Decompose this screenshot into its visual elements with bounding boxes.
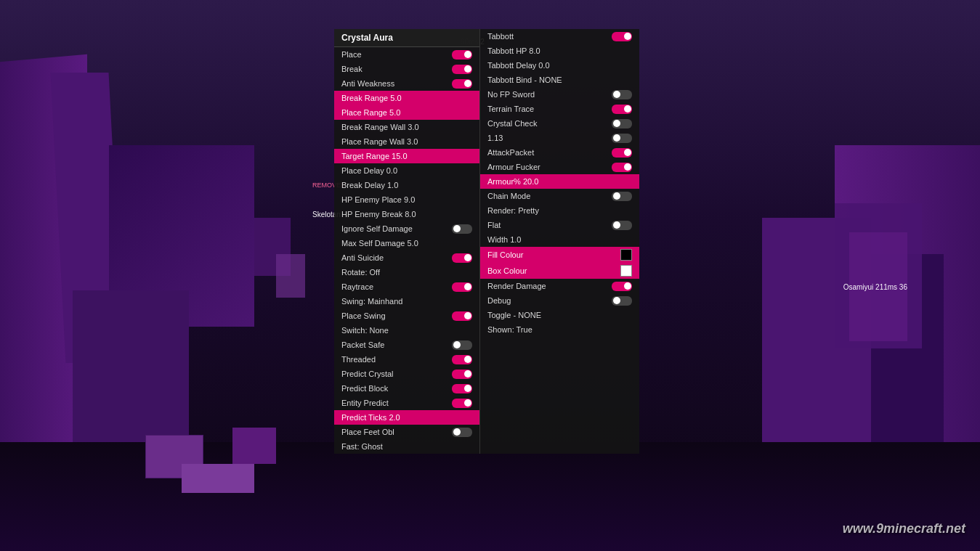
color-swatch-16[interactable]	[620, 265, 632, 277]
menu-item-label: Place Range Wall 3.0	[341, 137, 472, 146]
toggle-right-13[interactable]	[612, 221, 632, 230]
toggle-21[interactable]	[452, 355, 472, 364]
left-menu-item-13[interactable]: Max Self Damage 5.0	[334, 236, 479, 250]
left-menu-item-5[interactable]: Break Range Wall 3.0	[334, 120, 479, 134]
menu-item-label: Predict Block	[341, 384, 452, 393]
menu-item-label: Flat	[487, 221, 612, 229]
left-menu-item-24[interactable]: Entity Predict	[334, 396, 479, 410]
left-menu-item-1[interactable]: Break	[334, 62, 479, 76]
right-menu-item-7[interactable]: 1.13	[480, 131, 639, 145]
toggle-right-7[interactable]	[612, 134, 632, 143]
menu-item-label: Predict Crystal	[341, 370, 452, 378]
panel-left: Crystal Aura PlaceBreakAnti WeaknessBrea…	[334, 29, 479, 454]
toggle-right-4[interactable]	[612, 90, 632, 99]
left-menu-item-2[interactable]: Anti Weakness	[334, 76, 479, 91]
left-menu-item-14[interactable]: Anti Suicide	[334, 250, 479, 265]
right-menu-item-17[interactable]: Render Damage	[480, 279, 639, 293]
right-menu-items: TabbottTabbott HP 8.0Tabbott Delay 0.0Ta…	[480, 29, 639, 337]
left-menu-item-18[interactable]: Place Swing	[334, 309, 479, 323]
toggle-16[interactable]	[452, 282, 472, 292]
right-menu-item-9[interactable]: Armour Fucker	[480, 160, 639, 174]
right-menu-item-20[interactable]: Shown: True	[480, 322, 639, 337]
menu-item-label: Anti Weakness	[341, 79, 452, 88]
left-menu-item-8[interactable]: Place Delay 0.0	[334, 163, 479, 178]
right-menu-item-11[interactable]: Chain Mode	[480, 189, 639, 203]
menu-item-label: Armour Fucker	[487, 163, 612, 171]
menu-item-label: Toggle - NONE	[487, 311, 632, 319]
menu-item-label: HP Enemy Break 8.0	[341, 210, 472, 219]
left-menu-item-0[interactable]: Place	[334, 47, 479, 62]
menu-item-label: Anti Suicide	[341, 253, 452, 262]
toggle-24[interactable]	[452, 399, 472, 408]
toggle-26[interactable]	[452, 428, 472, 437]
toggle-14[interactable]	[452, 253, 472, 263]
left-menu-item-4[interactable]: Place Range 5.0	[334, 105, 479, 120]
toggle-right-6[interactable]	[612, 119, 632, 128]
toggle-12[interactable]	[452, 224, 472, 234]
toggle-right-5[interactable]	[612, 105, 632, 114]
menu-item-label: Width 1.0	[487, 235, 632, 244]
menu-item-label: Place Range 5.0	[341, 108, 472, 117]
left-menu-item-15[interactable]: Rotate: Off	[334, 265, 479, 279]
left-menu-item-10[interactable]: HP Enemy Place 9.0	[334, 192, 479, 207]
right-menu-item-15[interactable]: Fill Colour	[480, 247, 639, 263]
right-menu-item-16[interactable]: Box Colour	[480, 263, 639, 279]
left-menu-item-3[interactable]: Break Range 5.0	[334, 91, 479, 105]
toggle-right-8[interactable]	[612, 148, 632, 158]
color-swatch-15[interactable]	[620, 249, 632, 261]
toggle-right-11[interactable]	[612, 192, 632, 201]
left-menu-item-21[interactable]: Threaded	[334, 352, 479, 367]
right-menu-item-19[interactable]: Toggle - NONE	[480, 308, 639, 322]
menu-item-label: Shown: True	[487, 325, 632, 334]
left-menu-item-19[interactable]: Switch: None	[334, 323, 479, 338]
player3-info: Osamiyui 211ms 36	[843, 283, 907, 291]
left-menu-item-7[interactable]: Target Range 15.0	[334, 149, 479, 163]
left-menu-item-9[interactable]: Break Delay 1.0	[334, 178, 479, 192]
left-menu-item-25[interactable]: Predict Ticks 2.0	[334, 410, 479, 425]
right-menu-item-4[interactable]: No FP Sword	[480, 87, 639, 102]
toggle-right-18[interactable]	[612, 296, 632, 306]
right-menu-item-3[interactable]: Tabbott Bind - NONE	[480, 73, 639, 87]
toggle-right-9[interactable]	[612, 163, 632, 172]
menu-item-label: Place	[341, 50, 452, 59]
right-menu-item-13[interactable]: Flat	[480, 218, 639, 232]
left-menu-item-22[interactable]: Predict Crystal	[334, 367, 479, 381]
toggle-right-17[interactable]	[612, 282, 632, 291]
right-menu-item-14[interactable]: Width 1.0	[480, 232, 639, 247]
menu-item-label: Box Colour	[487, 266, 620, 275]
toggle-0[interactable]	[452, 50, 472, 60]
left-menu-item-26[interactable]: Place Feet Obl	[334, 425, 479, 439]
right-menu-item-8[interactable]: AttackPacket	[480, 145, 639, 160]
watermark: www.9minecraft.net	[843, 521, 965, 536]
toggle-20[interactable]	[452, 340, 472, 350]
menu-item-label: Armour% 20.0	[487, 177, 632, 186]
menu-item-label: Fast: Ghost	[341, 442, 472, 451]
right-menu-item-0[interactable]: Tabbott	[480, 29, 639, 44]
right-menu-item-1[interactable]: Tabbott HP 8.0	[480, 44, 639, 58]
left-menu-item-12[interactable]: Ignore Self Damage	[334, 221, 479, 236]
right-menu-item-18[interactable]: Debug	[480, 293, 639, 308]
right-menu-item-6[interactable]: Crystal Check	[480, 116, 639, 131]
left-menu-item-11[interactable]: HP Enemy Break 8.0	[334, 207, 479, 221]
right-menu-item-12[interactable]: Render: Pretty	[480, 203, 639, 218]
menu-item-label: Swing: Mainhand	[341, 297, 472, 306]
left-menu-item-20[interactable]: Packet Safe	[334, 338, 479, 352]
left-menu-item-17[interactable]: Swing: Mainhand	[334, 294, 479, 309]
menu-item-label: Raytrace	[341, 282, 452, 291]
left-menu-item-6[interactable]: Place Range Wall 3.0	[334, 134, 479, 149]
menu-item-label: Debug	[487, 296, 612, 305]
toggle-1[interactable]	[452, 65, 472, 74]
left-menu-item-23[interactable]: Predict Block	[334, 381, 479, 396]
toggle-18[interactable]	[452, 311, 472, 321]
toggle-23[interactable]	[452, 384, 472, 393]
toggle-2[interactable]	[452, 79, 472, 89]
right-menu-item-10[interactable]: Armour% 20.0	[480, 174, 639, 189]
right-menu-item-2[interactable]: Tabbott Delay 0.0	[480, 58, 639, 73]
toggle-22[interactable]	[452, 370, 472, 379]
toggle-right-0[interactable]	[612, 32, 632, 41]
right-menu-item-5[interactable]: Terrain Trace	[480, 102, 639, 116]
left-menu-item-27[interactable]: Fast: Ghost	[334, 439, 479, 454]
left-menu-item-16[interactable]: Raytrace	[334, 279, 479, 294]
menu-item-label: Break Range 5.0	[341, 94, 472, 102]
menu-item-label: Packet Safe	[341, 340, 452, 349]
